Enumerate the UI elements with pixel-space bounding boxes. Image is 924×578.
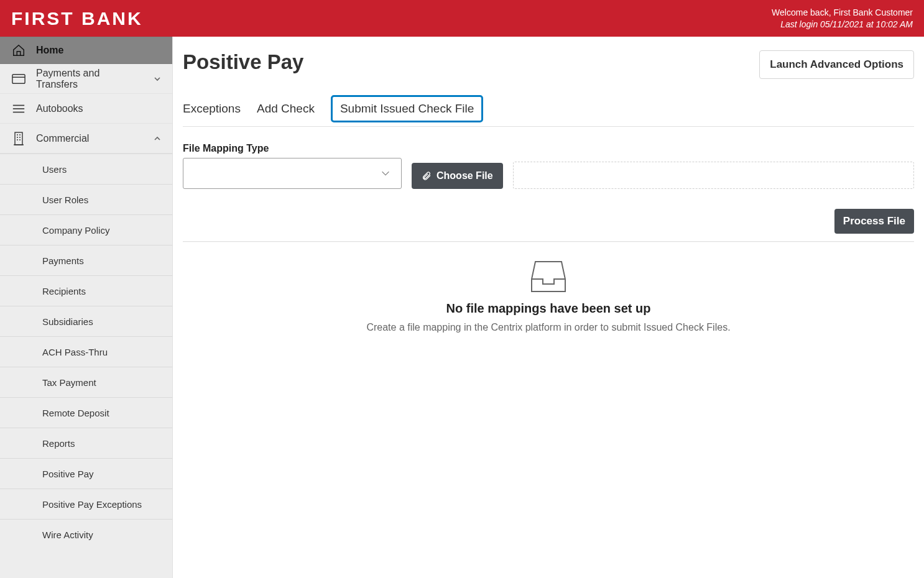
- sidebar-subitem-label: Company Policy: [42, 225, 109, 236]
- empty-state-subtitle: Create a file mapping in the Centrix pla…: [183, 322, 914, 333]
- sidebar-subitem-payments[interactable]: Payments: [0, 245, 172, 275]
- sidebar-subitem-remote-deposit[interactable]: Remote Deposit: [0, 397, 172, 428]
- choose-file-button[interactable]: Choose File: [412, 163, 503, 189]
- tab-add-check[interactable]: Add Check: [257, 96, 315, 126]
- sidebar-subitem-label: Recipients: [42, 286, 86, 296]
- sidebar-subitem-users[interactable]: Users: [0, 154, 172, 184]
- tab-exceptions[interactable]: Exceptions: [183, 96, 241, 126]
- section-divider: [183, 241, 914, 242]
- choose-file-label: Choose File: [437, 170, 493, 181]
- sidebar-subitem-recipients[interactable]: Recipients: [0, 275, 172, 306]
- sidebar-subitem-label: Payments: [42, 255, 84, 266]
- process-file-button[interactable]: Process File: [834, 209, 914, 234]
- app-header: FIRST BANK Welcome back, First Bank Cust…: [0, 0, 924, 37]
- home-icon: [11, 44, 26, 57]
- empty-state: No file mappings have been set up Create…: [183, 260, 914, 333]
- sidebar-subitem-label: Users: [42, 164, 67, 175]
- sidebar-subitem-company-policy[interactable]: Company Policy: [0, 214, 172, 245]
- header-user-info: Welcome back, First Bank Customer Last l…: [772, 7, 913, 29]
- sidebar-subitem-label: Tax Payment: [42, 377, 96, 388]
- svg-rect-0: [12, 74, 25, 83]
- chevron-up-icon: [154, 135, 161, 142]
- building-icon: [11, 132, 26, 145]
- empty-state-title: No file mappings have been set up: [183, 301, 914, 316]
- sidebar-subitem-user-roles[interactable]: User Roles: [0, 184, 172, 214]
- sidebar-subitem-label: Reports: [42, 438, 75, 449]
- sidebar-item-label: Home: [36, 45, 161, 56]
- sidebar-subitem-wire-activity[interactable]: Wire Activity: [0, 519, 172, 549]
- main-content: Positive Pay Launch Advanced Options Exc…: [173, 37, 924, 578]
- file-mapping-type-select[interactable]: [183, 158, 402, 189]
- sidebar-subitem-label: Remote Deposit: [42, 408, 109, 418]
- paperclip-icon: [422, 171, 432, 181]
- file-mapping-type-label: File Mapping Type: [183, 143, 402, 154]
- svg-rect-5: [15, 132, 22, 145]
- sidebar-subitem-label: Positive Pay Exceptions: [42, 499, 142, 510]
- sidebar-subitem-reports[interactable]: Reports: [0, 428, 172, 458]
- sidebar-item-home[interactable]: Home: [0, 37, 172, 64]
- tabs: Exceptions Add Check Submit Issued Check…: [183, 95, 914, 127]
- tab-submit-issued-check-file[interactable]: Submit Issued Check File: [331, 95, 483, 122]
- brand-logo: FIRST BANK: [11, 8, 143, 29]
- sidebar-item-label: Commercial: [36, 133, 144, 144]
- sidebar-subitem-label: Subsidiaries: [42, 316, 93, 327]
- welcome-text: Welcome back, First Bank Customer: [772, 7, 913, 18]
- sidebar-item-label: Payments and Transfers: [36, 68, 144, 90]
- file-mapping-field: File Mapping Type: [183, 143, 402, 189]
- sidebar-item-label: Autobooks: [36, 103, 161, 114]
- sidebar-item-commercial[interactable]: Commercial: [0, 124, 172, 154]
- page-title: Positive Pay: [183, 50, 303, 74]
- sidebar: Home Payments and Transfers Autobooks Co…: [0, 37, 173, 578]
- chevron-down-icon: [154, 75, 161, 83]
- sidebar-subitem-label: User Roles: [42, 195, 88, 205]
- sidebar-subitem-positive-pay-exceptions[interactable]: Positive Pay Exceptions: [0, 489, 172, 519]
- chevron-down-icon: [380, 168, 391, 179]
- sidebar-subitem-label: ACH Pass-Thru: [42, 347, 108, 357]
- sidebar-subitem-ach-pass-thru[interactable]: ACH Pass-Thru: [0, 336, 172, 367]
- last-login-text: Last login 05/11/2021 at 10:02 AM: [772, 19, 913, 30]
- sidebar-subitem-label: Positive Pay: [42, 469, 94, 479]
- sidebar-subitem-subsidiaries[interactable]: Subsidiaries: [0, 306, 172, 336]
- sidebar-subitem-positive-pay[interactable]: Positive Pay: [0, 458, 172, 489]
- menu-icon: [11, 103, 26, 114]
- inbox-icon: [183, 260, 914, 293]
- card-icon: [11, 73, 26, 85]
- launch-advanced-options-button[interactable]: Launch Advanced Options: [759, 50, 914, 79]
- sidebar-item-payments-transfers[interactable]: Payments and Transfers: [0, 64, 172, 94]
- sidebar-subitem-label: Wire Activity: [42, 530, 93, 540]
- file-drop-zone[interactable]: [513, 162, 914, 189]
- sidebar-subitem-tax-payment[interactable]: Tax Payment: [0, 367, 172, 397]
- sidebar-item-autobooks[interactable]: Autobooks: [0, 94, 172, 124]
